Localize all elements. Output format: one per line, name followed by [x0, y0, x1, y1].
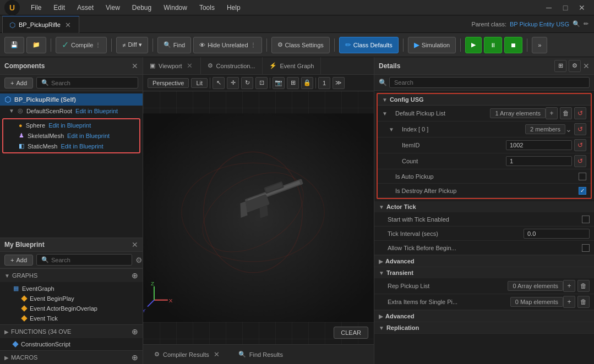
blueprint-search-input[interactable]	[51, 257, 127, 263]
component-sphere[interactable]: ● Sphere Edit in Blueprint	[3, 120, 139, 130]
actor-tick-header[interactable]: ▼ Actor Tick	[374, 201, 594, 212]
blueprint-add-button[interactable]: + Add	[4, 255, 33, 266]
functions-section-header[interactable]: ▶ FUNCTIONS (34 OVE ⊕	[0, 324, 143, 338]
component-defaultsceneroot[interactable]: ▼ ◎ DefaultScenRoot Edit in Blueprint	[0, 106, 143, 116]
save-button[interactable]: 💾	[4, 37, 24, 53]
find-results-tab[interactable]: 🔍 Find Results	[232, 349, 290, 360]
viewport-tab-close[interactable]: ✕	[186, 62, 194, 70]
edit-sphere-link[interactable]: Edit in Blueprint	[48, 122, 91, 129]
itemid-reset-button[interactable]: ↺	[574, 139, 586, 151]
tab-close-button[interactable]: ✕	[64, 21, 72, 29]
index-reset-button[interactable]: ↺	[574, 123, 586, 135]
details-settings-icon[interactable]: ⚙	[569, 60, 581, 72]
functions-add-icon[interactable]: ⊕	[132, 327, 138, 336]
array-reset-button[interactable]: ↺	[574, 107, 586, 119]
component-skeletalmesh[interactable]: ♟ SkeletalMesh Edit in Blueprint	[3, 130, 139, 141]
play-button[interactable]: ▶	[465, 37, 482, 53]
components-add-button[interactable]: + Add	[4, 78, 33, 89]
details-close-icon[interactable]: ✕	[583, 62, 590, 70]
component-root-item[interactable]: ⬡ BP_PickupRifle (Self)	[0, 93, 143, 106]
is-destroy-after-pickup-checkbox[interactable]: ✓	[579, 187, 586, 195]
count-input[interactable]	[506, 156, 572, 166]
perspective-button[interactable]: Perspective	[148, 78, 189, 88]
camera-icon[interactable]: 📷	[273, 77, 285, 89]
menu-window[interactable]: Window	[158, 2, 193, 14]
macros-add-icon[interactable]: ⊕	[132, 353, 138, 362]
event-actoroverlap-item[interactable]: Event ActorBeginOverlap	[9, 304, 143, 313]
search-parent-icon[interactable]: 🔍	[573, 20, 580, 27]
pause-button[interactable]: ⏸	[484, 37, 502, 53]
menu-file[interactable]: File	[25, 2, 47, 14]
menu-asset[interactable]: Asset	[72, 2, 99, 14]
simulation-button[interactable]: ▶ Simulation	[408, 37, 456, 53]
rotate-icon[interactable]: ↻	[241, 77, 253, 89]
count-reset-button[interactable]: ↺	[574, 155, 586, 167]
class-settings-button[interactable]: ⚙ Class Settings	[271, 37, 330, 53]
browse-button[interactable]: 📁	[26, 37, 46, 53]
diff-button[interactable]: ≠ Diff ▾	[116, 37, 148, 53]
extra-items-delete-button[interactable]: 🗑	[577, 296, 590, 308]
class-defaults-button[interactable]: ✏ Class Defaults	[339, 37, 399, 53]
compile-button[interactable]: ✓ Compile ⋮	[56, 37, 107, 53]
components-search-box[interactable]: 🔍	[36, 77, 138, 89]
transient-header[interactable]: ▼ Transient	[374, 267, 594, 278]
snap-icon[interactable]: 🔒	[301, 77, 313, 89]
details-search-input[interactable]	[389, 77, 590, 88]
rep-pickup-delete-button[interactable]: 🗑	[577, 280, 590, 292]
blueprint-search-box[interactable]: 🔍	[36, 254, 132, 266]
lit-button[interactable]: Lit	[191, 78, 208, 88]
parent-class-link[interactable]: BP Pickup Entity USG	[510, 21, 569, 27]
hide-unrelated-button[interactable]: 👁 Hide Unrelated ⋮	[193, 37, 261, 53]
components-search-input[interactable]	[51, 80, 133, 86]
compiler-results-tab[interactable]: ⚙ Compiler Results ✕	[148, 348, 227, 361]
allow-tick-checkbox[interactable]	[582, 244, 590, 252]
edit-defaultsceneroot-link[interactable]: Edit in Blueprint	[75, 108, 118, 114]
maximize-button[interactable]: □	[558, 2, 573, 14]
blueprint-settings-icon[interactable]: ⚙	[135, 256, 143, 264]
minimize-button[interactable]: ─	[541, 2, 557, 14]
tab-bp-pickuprifle[interactable]: ⬡ BP_PickupRifle ✕	[2, 16, 79, 33]
advanced-2-header[interactable]: ▶ Advanced	[374, 311, 594, 322]
is-auto-pickup-checkbox[interactable]	[579, 173, 586, 180]
scale-icon[interactable]: ⊡	[255, 77, 268, 89]
close-button[interactable]: ✕	[574, 2, 590, 14]
array-delete-button[interactable]: 🗑	[560, 107, 572, 119]
menu-help[interactable]: Help	[221, 2, 246, 14]
components-close-icon[interactable]: ✕	[132, 62, 138, 70]
select-mode-icon[interactable]: ↖	[212, 77, 225, 89]
move-icon[interactable]: ✛	[227, 77, 239, 89]
tab-viewport[interactable]: ▣ Viewport ✕	[143, 57, 201, 74]
blueprint-close-icon[interactable]: ✕	[132, 240, 138, 249]
itemid-input[interactable]	[506, 140, 572, 150]
more-button[interactable]: »	[532, 37, 547, 53]
tick-interval-input[interactable]	[524, 229, 590, 239]
menu-view[interactable]: View	[100, 2, 126, 14]
tab-eventgraph[interactable]: ⚡ Event Graph	[263, 57, 321, 74]
array-add-button[interactable]: +	[546, 107, 558, 119]
start-tick-checkbox[interactable]	[582, 216, 590, 223]
stop-button[interactable]: ⏹	[504, 37, 522, 53]
rep-pickup-add-button[interactable]: +	[563, 280, 575, 292]
event-beginplay-item[interactable]: Event BeginPlay	[9, 294, 143, 304]
find-button[interactable]: 🔍 Find	[157, 37, 191, 53]
menu-edit[interactable]: Edit	[48, 2, 70, 14]
grid-icon[interactable]: ⊞	[287, 77, 299, 89]
extra-items-add-button[interactable]: +	[563, 296, 575, 308]
advanced-1-header[interactable]: ▶ Advanced	[374, 256, 594, 267]
construction-script-item[interactable]: ConstructionScript	[9, 339, 143, 349]
graphs-add-icon[interactable]: ⊕	[132, 271, 138, 280]
event-tick-item[interactable]: Event Tick	[9, 313, 143, 323]
config-section-header[interactable]: ▼ Config USG	[378, 94, 591, 106]
macros-section-header[interactable]: ▶ MACROS ⊕	[0, 350, 143, 364]
component-staticmesh[interactable]: ◧ StaticMesh Edit in Blueprint	[3, 141, 139, 151]
menu-debug[interactable]: Debug	[127, 2, 157, 14]
edit-parent-icon[interactable]: ✏	[584, 20, 588, 27]
tab-construction[interactable]: ⚙ Construction...	[201, 57, 263, 74]
view-options-icon[interactable]: 1	[318, 77, 330, 89]
clear-button[interactable]: CLEAR	[334, 327, 368, 339]
edit-skeletal-link[interactable]: Edit in Blueprint	[67, 133, 110, 139]
graphs-section-header[interactable]: ▼ GRAPHS ⊕	[0, 268, 143, 282]
replication-header[interactable]: ▼ Replication	[374, 322, 594, 333]
viewport-more-icon[interactable]: ≫	[333, 77, 345, 89]
compiler-close-icon[interactable]: ✕	[212, 350, 221, 359]
